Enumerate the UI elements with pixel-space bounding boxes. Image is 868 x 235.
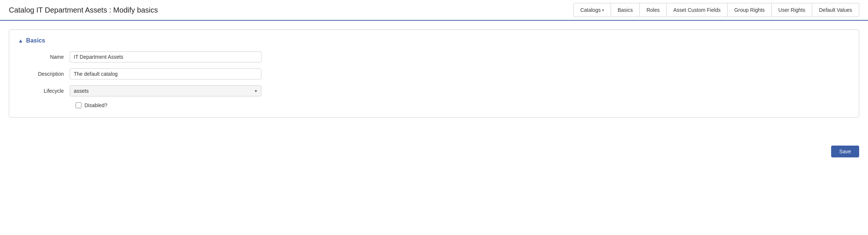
chevron-down-icon: ▾ bbox=[602, 8, 604, 12]
description-row: Description bbox=[18, 68, 850, 79]
nav-tab-basics[interactable]: Basics bbox=[611, 3, 640, 17]
collapse-icon[interactable]: ▲ bbox=[18, 38, 23, 44]
nav-tabs: Catalogs ▾BasicsRolesAsset Custom Fields… bbox=[573, 3, 859, 17]
section-title: Basics bbox=[26, 37, 45, 44]
disabled-label: Disabled? bbox=[84, 102, 107, 108]
disabled-row: Disabled? bbox=[76, 102, 850, 108]
description-input[interactable] bbox=[70, 68, 261, 79]
name-row: Name bbox=[18, 51, 850, 62]
save-button[interactable]: Save bbox=[831, 146, 859, 157]
name-label: Name bbox=[18, 54, 70, 60]
name-input[interactable] bbox=[70, 51, 261, 62]
lifecycle-select[interactable]: assets bbox=[70, 85, 261, 96]
header: Catalog IT Department Assets : Modify ba… bbox=[0, 0, 868, 21]
nav-tab-user-rights[interactable]: User Rights bbox=[772, 3, 812, 17]
description-label: Description bbox=[18, 71, 70, 77]
nav-tab-roles[interactable]: Roles bbox=[640, 3, 667, 17]
main-content: ▲ Basics Name Description Lifecycle asse… bbox=[0, 21, 868, 140]
disabled-checkbox[interactable] bbox=[76, 102, 81, 108]
lifecycle-label: Lifecycle bbox=[18, 88, 70, 94]
nav-tab-group-rights[interactable]: Group Rights bbox=[728, 3, 771, 17]
nav-tab-default-values[interactable]: Default Values bbox=[812, 3, 859, 17]
basics-card: ▲ Basics Name Description Lifecycle asse… bbox=[9, 30, 859, 117]
page-title: Catalog IT Department Assets : Modify ba… bbox=[9, 6, 158, 14]
lifecycle-select-wrapper: assets bbox=[70, 85, 261, 96]
section-header: ▲ Basics bbox=[18, 37, 850, 44]
lifecycle-row: Lifecycle assets bbox=[18, 85, 850, 96]
footer-actions: Save bbox=[0, 140, 868, 163]
nav-tab-asset-custom-fields[interactable]: Asset Custom Fields bbox=[667, 3, 728, 17]
nav-tab-catalogs[interactable]: Catalogs ▾ bbox=[573, 3, 611, 17]
